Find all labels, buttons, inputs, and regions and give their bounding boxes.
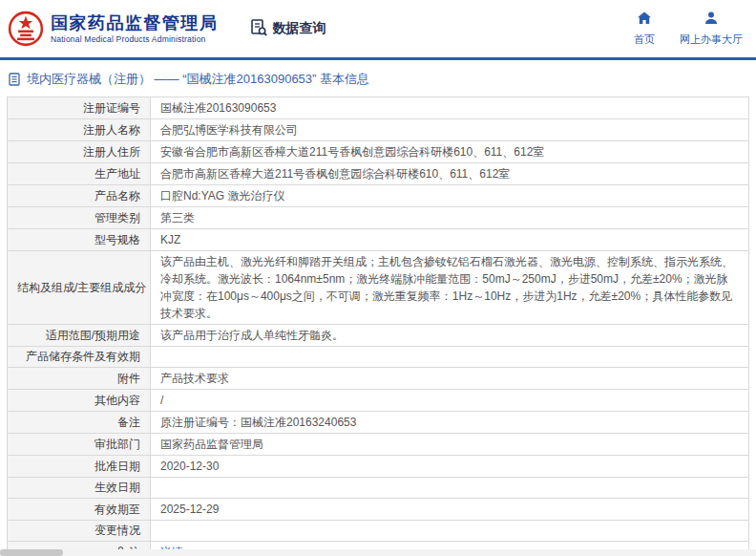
row-value <box>151 478 749 499</box>
national-emblem-logo <box>8 11 44 47</box>
row-value: / <box>151 390 749 412</box>
row-label: 有效期至 <box>94 503 140 516</box>
row-label-cell: 产品名称 <box>8 185 151 207</box>
row-label: 批准日期 <box>94 460 140 473</box>
row-label: 产品名称 <box>94 189 140 203</box>
table-row: 有效期至 2025-12-29 <box>8 499 749 521</box>
agency-name-cn: 国家药品监督管理局 <box>51 13 219 33</box>
row-value: KJZ <box>151 229 749 251</box>
row-label-cell: 管理类别 <box>8 207 151 229</box>
row-label: 产品储存条件及有效期 <box>26 350 140 363</box>
breadcrumb: 境内医疗器械（注册） —— “国械注准20163090653” 基本信息 <box>0 60 756 96</box>
row-value: 安徽省合肥市高新区香樟大道211号香枫创意园综合科研楼610、611、612室 <box>151 141 749 163</box>
row-label: 结构及组成/主要组成成分 <box>17 281 146 294</box>
table-row: 生产地址 合肥市高新区香樟大道211号香枫创意园综合科研楼610、611、612… <box>8 163 749 185</box>
nav-service-hall-label: 网上办事大厅 <box>680 32 743 47</box>
row-label: 注册人名称 <box>83 123 140 137</box>
nav-service-hall[interactable]: 网上办事大厅 <box>680 11 743 47</box>
row-label-cell: 变更情况 <box>8 521 151 542</box>
table-row: 批准日期 2020-12-30 <box>8 456 749 478</box>
row-label: 型号规格 <box>94 233 140 246</box>
row-value <box>151 347 749 368</box>
row-label: 生产地址 <box>94 167 140 181</box>
table-row: 型号规格 KJZ <box>8 229 749 251</box>
nav-home[interactable]: 首页 <box>634 11 655 47</box>
row-value: 原注册证编号：国械注准20163240653 <box>151 412 749 434</box>
table-row: 其他内容 / <box>8 390 749 412</box>
info-table: 注册证编号 国械注准20163090653 注册人名称 合肥弘博医学科技有限公司… <box>7 96 749 556</box>
row-label-cell: 附件 <box>8 368 151 390</box>
row-label-cell: 型号规格 <box>8 229 151 251</box>
row-label-cell: 审批部门 <box>8 434 151 456</box>
row-label: 生效日期 <box>94 481 140 494</box>
document-icon <box>8 73 21 86</box>
row-value: 国械注准20163090653 <box>151 97 749 119</box>
table-row: 管理类别 第三类 <box>8 207 749 229</box>
table-row: 适用范围/预期用途 该产品用于治疗成人单纯性牙髓炎。 <box>8 325 749 347</box>
table-row: 生效日期 <box>8 478 749 499</box>
table-row: 变更情况 <box>8 521 749 542</box>
user-icon <box>704 11 719 30</box>
row-value: 第三类 <box>151 207 749 229</box>
row-label-cell: 批准日期 <box>8 456 151 478</box>
row-label: 备注 <box>117 416 140 429</box>
brand-text: 国家药品监督管理局 National Medical Products Admi… <box>51 13 219 45</box>
row-label: 适用范围/预期用途 <box>46 329 140 342</box>
row-label: 审批部门 <box>94 438 140 451</box>
nav-home-label: 首页 <box>634 32 655 47</box>
row-value: 合肥弘博医学科技有限公司 <box>151 119 749 141</box>
row-label-cell: 注册人住所 <box>8 141 151 163</box>
data-query-label: 数据查询 <box>273 20 326 37</box>
row-value: 口腔Nd:YAG 激光治疗仪 <box>151 185 749 207</box>
row-label-cell: 其他内容 <box>8 390 151 412</box>
table-row: 产品名称 口腔Nd:YAG 激光治疗仪 <box>8 185 749 207</box>
horizontal-scrollbar[interactable] <box>0 549 756 556</box>
row-value: 产品技术要求 <box>151 368 749 390</box>
row-label-cell: 生产地址 <box>8 163 151 185</box>
site-header: 国家药品监督管理局 National Medical Products Admi… <box>0 0 756 57</box>
table-row: 产品储存条件及有效期 <box>8 347 749 368</box>
row-value: 该产品用于治疗成人单纯性牙髓炎。 <box>151 325 749 347</box>
row-label-cell: 结构及组成/主要组成成分 <box>8 251 151 325</box>
table-row: 注册证编号 国械注准20163090653 <box>8 97 749 119</box>
data-query-nav[interactable]: 数据查询 <box>249 18 326 40</box>
row-label-cell: 产品储存条件及有效期 <box>8 347 151 368</box>
row-value <box>151 521 749 542</box>
row-label: 其他内容 <box>94 394 140 407</box>
row-value: 该产品由主机、激光光纤和脚踏开关组成；主机包含掺钕钇铝石榴石激光器、激光电源、控… <box>151 251 749 325</box>
row-label-cell: 注册证编号 <box>8 97 151 119</box>
agency-brand[interactable]: 国家药品监督管理局 National Medical Products Admi… <box>8 11 219 47</box>
row-value: 2025-12-29 <box>151 499 749 521</box>
agency-name-en: National Medical Products Administration <box>51 34 219 44</box>
row-value: 国家药品监督管理局 <box>151 434 749 456</box>
table-row: 审批部门 国家药品监督管理局 <box>8 434 749 456</box>
table-row: 结构及组成/主要组成成分 该产品由主机、激光光纤和脚踏开关组成；主机包含掺钕钇铝… <box>8 251 749 325</box>
info-table-body: 注册证编号 国械注准20163090653 注册人名称 合肥弘博医学科技有限公司… <box>8 97 749 556</box>
row-label-cell: 生效日期 <box>8 478 151 499</box>
row-label-cell: 备注 <box>8 412 151 434</box>
row-label: 附件 <box>117 372 140 385</box>
table-row: 注册人住所 安徽省合肥市高新区香樟大道211号香枫创意园综合科研楼610、611… <box>8 141 749 163</box>
row-label: 注册人住所 <box>83 145 140 159</box>
document-search-icon <box>249 18 268 40</box>
row-label-cell: 注册人名称 <box>8 119 151 141</box>
row-value: 2020-12-30 <box>151 456 749 478</box>
row-label: 注册证编号 <box>83 101 140 115</box>
row-label-cell: 适用范围/预期用途 <box>8 325 151 347</box>
row-label-cell: 有效期至 <box>8 499 151 521</box>
table-row: 备注 原注册证编号：国械注准20163240653 <box>8 412 749 434</box>
table-row: 注册人名称 合肥弘博医学科技有限公司 <box>8 119 749 141</box>
table-row: 附件 产品技术要求 <box>8 368 749 390</box>
row-label: 变更情况 <box>94 524 140 537</box>
row-value: 合肥市高新区香樟大道211号香枫创意园综合科研楼610、611、612室 <box>151 163 749 185</box>
scrollbar-thumb[interactable] <box>0 549 63 556</box>
home-icon <box>637 11 652 30</box>
breadcrumb-text: 境内医疗器械（注册） —— “国械注准20163090653” 基本信息 <box>27 71 369 88</box>
row-label: 管理类别 <box>94 211 140 225</box>
